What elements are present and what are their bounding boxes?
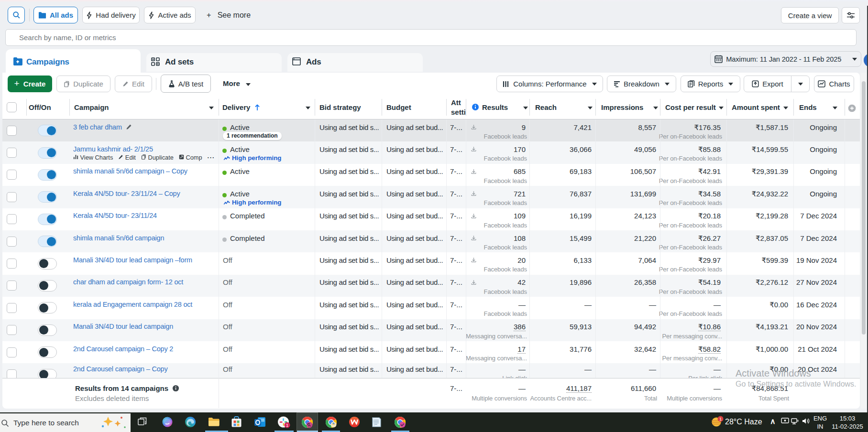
svg-text:1: 1 <box>286 423 288 428</box>
svg-text:1: 1 <box>719 417 722 421</box>
